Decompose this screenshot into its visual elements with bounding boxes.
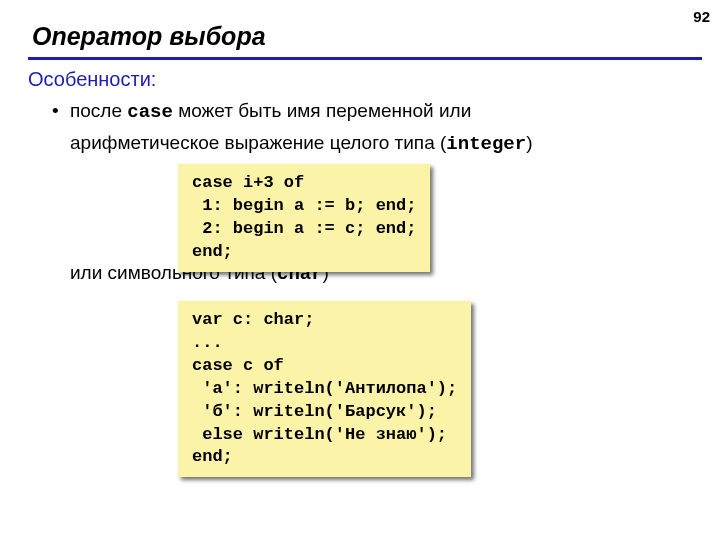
bullet-item: • после case может быть имя переменной и… [0, 95, 720, 127]
text-fragment: ) [526, 132, 532, 153]
text-fragment: после [70, 100, 127, 121]
page-number: 92 [693, 8, 710, 25]
code-block-wrapper: var c: char; ... case c of 'а': writeln(… [178, 301, 720, 478]
bullet-marker: • [52, 95, 70, 125]
slide-title: Оператор выбора [0, 0, 720, 57]
subheading: Особенности: [0, 60, 720, 95]
body-line: арифметическое выражение целого типа (in… [0, 129, 720, 159]
inline-code: case [127, 101, 173, 123]
code-block-1: case i+3 of 1: begin a := b; end; 2: beg… [178, 164, 430, 272]
inline-code: integer [446, 133, 526, 155]
text-fragment: арифметическое выражение целого типа ( [70, 132, 446, 153]
code-block-wrapper: case i+3 of 1: begin a := b; end; 2: beg… [178, 164, 720, 272]
text-fragment: может быть имя переменной или [173, 100, 471, 121]
code-block-2: var c: char; ... case c of 'а': writeln(… [178, 301, 471, 478]
